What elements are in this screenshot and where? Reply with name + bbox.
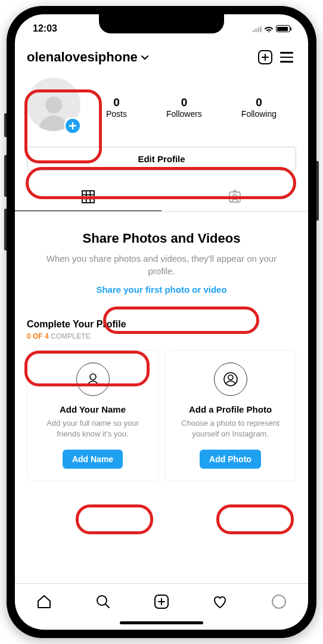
empty-state: Share Photos and Videos When you share p… [15, 212, 308, 302]
empty-subtitle: When you share photos and videos, they'l… [33, 252, 290, 277]
svg-point-5 [90, 374, 96, 380]
svg-point-4 [233, 194, 237, 198]
annotation-highlight [76, 504, 153, 534]
hamburger-icon [280, 52, 293, 63]
create-post-button[interactable] [256, 48, 275, 67]
empty-title: Share Photos and Videos [33, 231, 290, 246]
profile-circle-icon [271, 593, 287, 610]
complete-title: Complete Your Profile [27, 319, 296, 330]
complete-profile-section: Complete Your Profile 0 OF 4 COMPLETE Ad… [15, 302, 308, 481]
stat-following[interactable]: 0 Following [241, 96, 277, 119]
tab-tagged[interactable] [162, 182, 308, 211]
add-avatar-badge[interactable] [64, 117, 82, 135]
add-name-button[interactable]: Add Name [63, 450, 123, 469]
card-subtitle: Choose a photo to represent yourself on … [172, 418, 288, 439]
plus-icon [69, 122, 77, 130]
nav-home[interactable] [35, 593, 53, 611]
phone-frame: 12:03 olenalovesiphone [7, 6, 316, 638]
plus-square-icon [257, 49, 273, 65]
share-first-link[interactable]: Share your first photo or video [96, 284, 226, 295]
stat-following-label: Following [241, 109, 277, 119]
svg-rect-2 [82, 191, 94, 203]
card-title: Add Your Name [60, 404, 126, 414]
home-indicator [15, 619, 308, 630]
nav-activity[interactable] [211, 593, 229, 611]
complete-progress-count: 0 OF 4 [27, 332, 49, 340]
heart-icon [212, 593, 228, 610]
status-time: 12:03 [33, 23, 57, 34]
svg-rect-3 [229, 192, 240, 202]
screen: 12:03 olenalovesiphone [15, 14, 308, 630]
status-right [253, 25, 290, 32]
svg-point-1 [45, 97, 62, 113]
menu-button[interactable] [277, 48, 296, 67]
stat-posts[interactable]: 0 Posts [106, 96, 127, 119]
tab-grid[interactable] [15, 182, 162, 211]
stat-followers[interactable]: 0 Followers [166, 96, 202, 119]
battery-icon [276, 25, 290, 32]
stats-row: 0 Posts 0 Followers 0 Following [15, 74, 308, 147]
wifi-icon [264, 25, 274, 32]
complete-progress: 0 OF 4 COMPLETE [27, 332, 296, 340]
tagged-icon [227, 189, 243, 205]
nav-profile[interactable] [270, 593, 288, 611]
profile-photo-icon [214, 363, 247, 396]
nav-search[interactable] [94, 593, 112, 611]
bottom-nav [15, 583, 308, 619]
cellular-icon [253, 25, 262, 32]
profile-header: olenalovesiphone [15, 43, 308, 74]
username-dropdown[interactable]: olenalovesiphone [27, 49, 138, 65]
card-title: Add a Profile Photo [189, 404, 272, 414]
plus-square-icon [153, 593, 170, 610]
svg-point-7 [228, 375, 233, 380]
card-add-photo: Add a Profile Photo Choose a photo to re… [164, 350, 296, 481]
complete-cards: Add Your Name Add your full name so your… [27, 350, 296, 481]
stat-followers-label: Followers [166, 109, 202, 119]
nav-create[interactable] [153, 593, 170, 611]
avatar-button[interactable] [27, 78, 86, 137]
profile-tabs [15, 182, 308, 212]
stat-posts-label: Posts [106, 109, 127, 119]
person-icon [76, 363, 110, 396]
notch [99, 14, 224, 33]
search-icon [95, 593, 111, 610]
add-photo-button[interactable]: Add Photo [200, 450, 261, 469]
grid-icon [80, 189, 96, 205]
card-subtitle: Add your full name so your friends know … [35, 418, 151, 439]
stat-followers-count: 0 [166, 96, 202, 109]
home-icon [36, 593, 52, 610]
stat-following-count: 0 [241, 96, 277, 109]
edit-profile-button[interactable]: Edit Profile [27, 147, 296, 171]
stat-posts-count: 0 [106, 96, 127, 109]
complete-progress-rest: COMPLETE [49, 332, 91, 340]
annotation-highlight [216, 504, 294, 534]
chevron-down-icon [140, 52, 150, 62]
svg-point-10 [272, 595, 285, 608]
card-add-name: Add Your Name Add your full name so your… [27, 350, 159, 481]
